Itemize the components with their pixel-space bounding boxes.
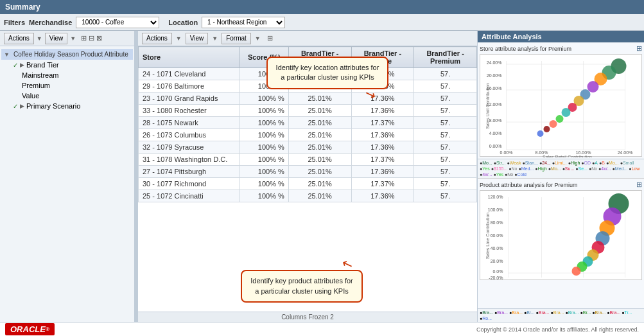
view-arrow-icon: ▼ <box>70 35 76 42</box>
cell-bt-premium: 57. <box>414 129 477 141</box>
table-row: 26 - 1073 Columbus 100% % 25.01% 17.36% … <box>139 129 477 141</box>
cell-store: 28 - 1075 Newark <box>139 117 240 129</box>
legend-item-13: ●Yes <box>480 166 490 171</box>
merchandise-label: Merchandise <box>29 19 72 26</box>
svg-text:8.00%: 8.00% <box>535 150 548 155</box>
merchandise-select[interactable]: 10000 - Coffee <box>76 17 159 28</box>
data-view-button[interactable]: View <box>186 33 209 44</box>
top-chart-area: 24.00% 20.00% 16.00% 12.00% 8.00% 4.00% … <box>480 54 642 157</box>
legend-item-12: ●Small <box>620 161 634 165</box>
frozen-label: Columns Frozen 2 <box>281 314 334 321</box>
export-icon[interactable]: ⊞ <box>267 34 273 42</box>
legend-item-18: ●Mo... <box>548 166 561 171</box>
attr-analysis-title: Attribute Analysis <box>482 33 542 40</box>
tree-item-premium[interactable]: Premium <box>1 80 133 91</box>
legend-item-22: ●4x/... <box>598 166 611 171</box>
bl-1: ●Bra... <box>480 310 493 315</box>
legend-item-6: ●Limi... <box>552 161 567 165</box>
bottom-tooltip-box: Identify key product attributes for a pa… <box>241 270 363 303</box>
bl-9: ●Bra... <box>592 310 605 315</box>
bl-5: ●Bra... <box>536 310 550 315</box>
attr-analysis-header: Attribute Analysis <box>478 31 644 42</box>
legend-item-11: ●Mo... <box>606 161 619 165</box>
svg-text:0.00%: 0.00% <box>489 144 502 148</box>
bl-6: ●Bra... <box>551 310 564 315</box>
svg-point-30 <box>550 120 557 128</box>
legend-item-27: ●No <box>505 172 513 177</box>
filter-icon-1[interactable]: ⊞ <box>81 34 87 42</box>
table-row: 32 - 1079 Syracuse 100% % 25.01% 17.36% … <box>139 141 477 154</box>
legend-items-top: ●Mo... ●Str... ●Weak ●Stan... ●24... ●Li… <box>480 161 642 177</box>
legend-item-5: ●24... <box>539 161 551 165</box>
legend-item-19: ●Su... <box>562 166 575 171</box>
oracle-text: ORACLE <box>10 324 46 334</box>
tree-item-mainstream[interactable]: Mainstream <box>1 70 133 80</box>
main-content: Actions ▼ View ▼ Format ▼ ⊞ Store Score … <box>138 31 477 322</box>
top-tooltip-text: Identify key location attributes for a p… <box>276 64 379 81</box>
tree-item-brand-tier[interactable]: ✓ ▶ Brand Tier <box>1 60 133 70</box>
cell-bt-premium: 57. <box>414 80 477 93</box>
cell-score: 100% % <box>239 141 288 154</box>
svg-text:40.0%: 40.0% <box>491 246 503 251</box>
cell-bt-value: 17.37% <box>351 117 414 129</box>
bl-8: ●Br... <box>580 310 591 315</box>
tree-brand-tier-label: Brand Tier <box>26 61 59 69</box>
cell-score: 100% % <box>239 117 288 129</box>
svg-text:0.00%: 0.00% <box>500 150 513 155</box>
legend-item-9: ●A <box>592 161 598 165</box>
right-panel: Attribute Analysis Store attribute analy… <box>477 31 644 322</box>
bl-3: ●Bra... <box>509 310 523 315</box>
svg-text:100.0%: 100.0% <box>488 208 503 212</box>
bl-2: ●Bra... <box>494 310 508 315</box>
data-format-button[interactable]: Format <box>222 33 251 44</box>
actions-button[interactable]: Actions <box>4 33 34 44</box>
svg-text:24.00%: 24.00% <box>487 60 502 65</box>
cell-bt-mainstream: 25.01% <box>288 190 351 202</box>
filter-icons: ⊞ ⊟ ⊠ <box>81 34 102 42</box>
cell-bt-mainstream: 25.01% <box>288 117 351 129</box>
cell-store: 30 - 1077 Richmond <box>139 178 240 190</box>
cell-bt-value: 17.36% <box>351 190 414 202</box>
cell-bt-value: 17.36% <box>351 141 414 154</box>
svg-text:120.0%: 120.0% <box>488 195 503 199</box>
data-actions-arrow: ▼ <box>176 35 182 42</box>
cell-bt-mainstream: 25.01% <box>288 178 351 190</box>
tree-area: ▼ Coffee Holiday Season Product Attribut… <box>0 46 134 322</box>
cell-score: 100% % <box>239 93 288 105</box>
bl-10: ●Bra... <box>607 310 620 315</box>
data-actions-button[interactable]: Actions <box>142 33 172 44</box>
tree-root-item[interactable]: ▼ Coffee Holiday Season Product Attribut… <box>1 49 133 60</box>
legend-item-10: ●B <box>599 161 605 165</box>
svg-text:4.00%: 4.00% <box>489 131 502 136</box>
cell-store: 23 - 1070 Grand Rapids <box>139 93 240 105</box>
tree-value-label: Value <box>22 92 39 100</box>
tree-item-primary-scenario[interactable]: ✓ ▶ Primary Scenario <box>1 101 133 111</box>
tree-expand-icon: ▼ <box>4 51 10 58</box>
cell-bt-mainstream: 25.01% <box>288 129 351 141</box>
view-button[interactable]: View <box>45 33 68 44</box>
filter-icon-3[interactable]: ⊠ <box>96 34 102 42</box>
legend-item-28: ●Cold <box>514 172 527 177</box>
top-chart-expand-icon[interactable]: ⊞ <box>636 44 642 53</box>
location-select[interactable]: 1 - Northeast Region <box>202 17 285 28</box>
cell-score: 100% % <box>239 178 288 190</box>
check-icon-primary: ✓ <box>13 103 18 110</box>
svg-text:Sales Line Contribution: Sales Line Contribution <box>485 213 490 259</box>
cell-bt-value: 17.37% <box>351 154 414 166</box>
cell-bt-premium: 57. <box>414 154 477 166</box>
cell-store: 31 - 1078 Washington D.C. <box>139 154 240 166</box>
svg-point-28 <box>562 108 571 117</box>
legend-item-17: ●High <box>535 166 547 171</box>
legend-item-2: ●Str... <box>494 161 506 165</box>
tree-expand-brand-icon: ▶ <box>20 62 24 68</box>
tree-item-value[interactable]: Value <box>1 91 133 101</box>
filter-icon-2[interactable]: ⊟ <box>89 34 94 42</box>
bottom-tooltip-text: Identify key product attributes for a pa… <box>250 277 353 294</box>
legend-item-4: ●Stan... <box>522 161 537 165</box>
oracle-trademark: ® <box>46 326 49 332</box>
bottom-chart-expand-icon[interactable]: ⊞ <box>636 181 642 189</box>
legend-item-26: ●Yes <box>493 172 503 177</box>
bottom-chart-legend: ●Bra... ●Bra... ●Bra... ●Br... ●Bra... ●… <box>478 309 644 322</box>
svg-text:0.0%: 0.0% <box>493 269 503 274</box>
cell-bt-premium: 57. <box>414 105 477 117</box>
